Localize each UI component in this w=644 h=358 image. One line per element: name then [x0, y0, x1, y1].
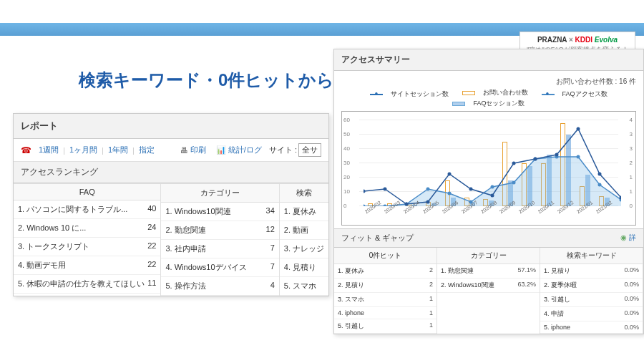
list-item[interactable]: 2. Windows 10 に...24: [14, 219, 160, 238]
site-label: サイト :: [269, 145, 297, 155]
legend-faqsess-swatch: [452, 102, 465, 106]
list-item[interactable]: 3. トークスクリプト22: [14, 238, 160, 256]
summary-title: アクセスサマリー: [334, 49, 643, 71]
fit-head-zero: 0件ヒット: [334, 248, 436, 264]
brand-kddi: KDDI: [575, 36, 592, 44]
list-item[interactable]: 1. 夏休み2: [334, 264, 436, 279]
rank-head-faq: FAQ: [14, 183, 160, 200]
list-item[interactable]: 3. ナレッジ: [280, 240, 328, 258]
list-item[interactable]: 2. 動画: [280, 221, 328, 240]
period-month[interactable]: 1ヶ月間: [69, 145, 97, 155]
list-item[interactable]: 3. 引越し0.0%: [540, 293, 643, 307]
rank-head-cat: カテゴリー: [161, 183, 278, 203]
list-item[interactable]: 1. 勤怠関連57.1%: [437, 264, 540, 279]
list-item[interactable]: 2. 勤怠関連12: [161, 221, 278, 240]
list-item[interactable]: 1. パソコンに関するトラブル...40: [14, 200, 160, 219]
legend-inq-swatch: [462, 91, 475, 95]
chart-legend: サイトセッション数 お問い合わせ数 FAQアクセス数 FAQセッション数: [341, 88, 636, 108]
list-item[interactable]: 5. 操作方法4: [161, 277, 278, 296]
list-item[interactable]: 1. 見積り0.0%: [540, 264, 643, 279]
list-item[interactable]: 4. iphone1: [334, 307, 436, 319]
fit-head-kw: 検索キーワード: [540, 248, 643, 264]
list-item[interactable]: 5. 休暇の申請の仕方を教えてほしい11: [14, 275, 160, 294]
fit-gap-title: フィット & ギャップ: [341, 233, 414, 243]
list-item[interactable]: 3. 社内申請7: [161, 240, 278, 258]
rank-col-faq: FAQ 1. パソコンに関するトラブル...402. Windows 10 に.…: [14, 183, 161, 296]
period-row: ☎ 1週間| 1ヶ月間| 1年間| 指定 印刷 統計/ログ サイト : 全サ: [14, 139, 328, 162]
list-item[interactable]: 3. スマホ1: [334, 293, 436, 307]
period-custom[interactable]: 指定: [139, 145, 155, 155]
stats-button[interactable]: 統計/ログ: [216, 145, 262, 155]
list-item[interactable]: 5. iphone0.0%: [540, 321, 643, 334]
phone-icon: ☎: [21, 145, 31, 155]
list-item[interactable]: 5. スマホ: [280, 277, 328, 296]
print-button[interactable]: 印刷: [180, 145, 206, 155]
list-item[interactable]: 2. 夏季休暇0.0%: [540, 279, 643, 293]
fit-gap-header: フィット & ギャップ ◉ 詳: [334, 228, 643, 248]
list-item[interactable]: 1. Windows10関連34: [161, 203, 278, 221]
period-year[interactable]: 1年間: [108, 145, 128, 155]
brand-x: ×: [569, 36, 573, 44]
fit-detail-link[interactable]: ◉ 詳: [620, 233, 636, 243]
svg-point-25: [620, 196, 622, 200]
stats-icon: [216, 145, 226, 155]
brand-evolva: Evolva: [595, 36, 618, 44]
fit-gap-tables: 0件ヒット1. 夏休み22. 見積り23. スマホ14. iphone15. 引…: [334, 248, 643, 334]
legend-faqacc-swatch: [542, 94, 555, 95]
list-item[interactable]: 2. Windows10関連63.2%: [437, 279, 540, 293]
list-item[interactable]: 4. 動画デモ用22: [14, 256, 160, 275]
rank-col-cat: カテゴリー 1. Windows10関連342. 勤怠関連123. 社内申請74…: [161, 183, 279, 296]
fit-head-cat: カテゴリー: [437, 248, 540, 264]
period-week[interactable]: 1週間: [39, 145, 59, 155]
chart: 00101201302403503604 2020/022020/032020/…: [341, 111, 636, 226]
list-item[interactable]: 4. 申請0.0%: [540, 307, 643, 321]
svg-point-12: [620, 198, 622, 202]
summary-panel: アクセスサマリー お問い合わせ件数 : 16 件 サイトセッション数 お問い合わ…: [333, 49, 644, 334]
ranking-table: FAQ 1. パソコンに関するトラブル...402. Windows 10 に.…: [14, 183, 328, 296]
brand-prazna: PRAZNA: [537, 36, 567, 44]
report-panel: レポート ☎ 1週間| 1ヶ月間| 1年間| 指定 印刷 統計/ログ サイト :…: [13, 113, 329, 296]
report-title: レポート: [14, 114, 328, 139]
print-icon: [180, 146, 188, 155]
ranking-title: アクセスランキング: [14, 162, 328, 183]
list-item[interactable]: 2. 見積り2: [334, 279, 436, 293]
list-item[interactable]: 1. 夏休み: [280, 203, 328, 221]
site-select[interactable]: 全サ: [298, 143, 321, 157]
rank-col-kw: 検索 1. 夏休み2. 動画3. ナレッジ4. 見積り5. スマホ: [280, 183, 328, 296]
legend-site-swatch: [370, 94, 383, 95]
list-item[interactable]: 4. Windows10デバイス7: [161, 258, 278, 277]
list-item[interactable]: 4. 見積り: [280, 258, 328, 277]
rank-head-kw: 検索: [280, 183, 328, 203]
inquiry-count: お問い合わせ件数 : 16 件: [341, 77, 636, 87]
list-item[interactable]: 5. 引越し1: [334, 319, 436, 334]
